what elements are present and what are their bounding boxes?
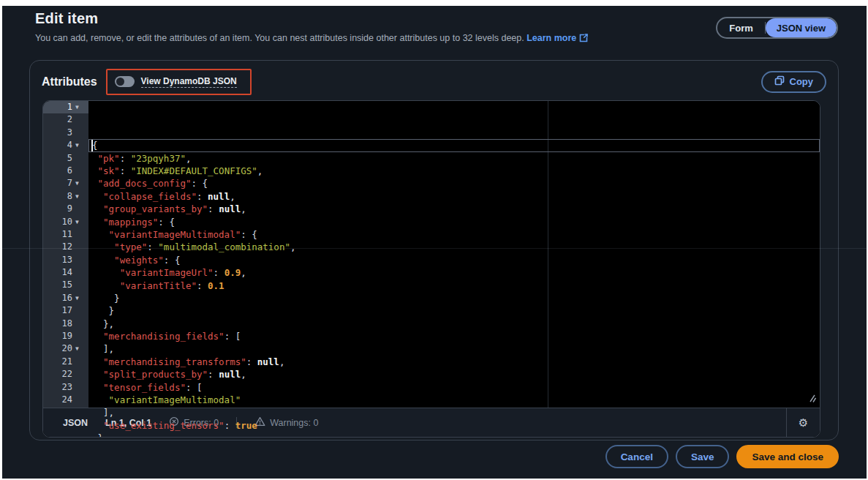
line-number: 24 — [43, 394, 72, 406]
code-token: 0.9 — [224, 267, 241, 278]
dynamodb-json-toggle[interactable] — [115, 76, 135, 87]
json-view-option[interactable]: JSON view — [766, 18, 837, 37]
code-line[interactable]: }, — [88, 432, 820, 438]
code-line[interactable]: } — [88, 292, 820, 304]
fold-icon[interactable]: ▼ — [72, 139, 88, 151]
form-view-option[interactable]: Form — [717, 18, 765, 37]
gutter-row[interactable]: 22 — [43, 368, 88, 380]
copy-button[interactable]: Copy — [761, 71, 827, 93]
line-number: 22 — [43, 368, 72, 380]
fold-icon[interactable]: ▼ — [72, 101, 88, 113]
gutter-row[interactable]: 17 — [43, 304, 88, 317]
code-line[interactable]: }, — [88, 318, 820, 330]
line-number: 10 — [43, 216, 72, 228]
gutter-row[interactable]: 19 — [43, 330, 88, 342]
code-token: ], — [92, 407, 114, 418]
gutter-row[interactable]: 3 — [43, 127, 88, 139]
fold-icon[interactable]: ▼ — [72, 216, 88, 228]
code-line[interactable]: "group_variants_by": null, — [88, 203, 820, 215]
code-token: { — [92, 140, 98, 151]
gutter-row[interactable]: 14 — [43, 266, 88, 279]
gutter-row[interactable]: 20▼ — [43, 342, 88, 355]
language-label: JSON — [63, 418, 88, 428]
code-line[interactable]: "add_docs_config": { — [88, 177, 820, 190]
gutter-row[interactable]: 16▼ — [43, 292, 88, 304]
gutter-row[interactable]: 23 — [43, 381, 88, 394]
gutter-row[interactable]: 9 — [43, 203, 88, 215]
gutter-row[interactable]: 21 — [43, 356, 88, 368]
gutter-row[interactable]: 18 — [43, 318, 88, 330]
code-token: } — [92, 293, 120, 304]
gutter-row[interactable]: 2 — [43, 113, 88, 126]
editor-body[interactable]: 1▼234▼567▼8▼910▼111213141516▼17181920▼21… — [43, 101, 820, 408]
code-token: : — [147, 241, 158, 252]
gutter-row[interactable]: 24 — [43, 394, 88, 406]
json-editor: 1▼234▼567▼8▼910▼111213141516▼17181920▼21… — [42, 100, 820, 438]
gutter-row[interactable]: 8▼ — [43, 190, 88, 203]
code-token: null — [208, 191, 230, 202]
gutter-row[interactable]: 11 — [43, 228, 88, 241]
cancel-button[interactable]: Cancel — [605, 445, 668, 468]
save-and-close-button[interactable]: Save and close — [736, 445, 839, 468]
code-line[interactable]: "pk": "23pqyh37", — [88, 152, 820, 165]
gutter-row[interactable]: 15 — [43, 279, 88, 291]
code-line[interactable]: "split_products_by": null, — [88, 368, 820, 380]
code-line[interactable]: "sk": "INDEX#DEFAULT_CONFIGS", — [88, 165, 820, 177]
code-token: }, — [92, 318, 114, 329]
code-line[interactable]: "variantImageMultimodal": { — [88, 228, 820, 241]
fold-icon[interactable]: ▼ — [72, 342, 88, 355]
line-number: 13 — [43, 254, 72, 266]
gutter-row[interactable]: 5 — [43, 152, 88, 165]
gutter-row[interactable]: 7▼ — [43, 177, 88, 190]
dynamodb-json-toggle-label[interactable]: View DynamoDB JSON — [141, 76, 237, 88]
save-button[interactable]: Save — [676, 445, 730, 468]
code-line[interactable]: "variantImageUrl": 0.9, — [88, 266, 820, 279]
code-token: 0.1 — [208, 280, 224, 291]
gutter-row[interactable]: 13 — [43, 254, 88, 266]
view-mode-toggle: Form JSON view — [716, 17, 838, 39]
code-line[interactable]: } — [88, 304, 820, 317]
code-token — [92, 217, 103, 228]
line-number: 6 — [43, 165, 72, 177]
code-line[interactable]: ], — [88, 406, 820, 419]
code-token: : — [224, 420, 235, 431]
code-line[interactable]: { — [88, 139, 820, 151]
code-line[interactable]: "variantTitle": 0.1 — [88, 280, 820, 292]
code-token: "merchandising_fields" — [103, 331, 224, 342]
code-token — [92, 241, 114, 252]
fold-icon[interactable]: ▼ — [72, 177, 88, 190]
code-token: null — [219, 369, 241, 380]
code-line[interactable]: "merchandising_transforms": null, — [88, 356, 820, 368]
gutter-row[interactable]: 4▼ — [43, 139, 88, 151]
line-number: 15 — [43, 279, 72, 291]
resize-handle-icon[interactable] — [807, 393, 816, 405]
panel-title: Attributes — [42, 75, 97, 89]
learn-more-link[interactable]: Learn more — [527, 33, 588, 43]
fold-icon[interactable]: ▼ — [72, 292, 88, 304]
code-token: : — [208, 203, 219, 214]
code-line[interactable]: "collapse_fields": null, — [88, 190, 820, 203]
editor-code[interactable]: { "pk": "23pqyh37", "sk": "INDEX#DEFAULT… — [88, 101, 820, 408]
gutter-row[interactable]: 10▼ — [43, 216, 88, 228]
code-token: : — [197, 280, 208, 291]
gutter-row[interactable]: 1▼ — [43, 101, 88, 113]
code-line[interactable]: "merchandising_fields": [ — [88, 330, 820, 342]
code-line[interactable]: "weights": { — [88, 254, 820, 266]
code-token: ], — [92, 343, 114, 354]
code-line[interactable]: "use_existing_tensors": true — [88, 419, 820, 432]
fold-icon[interactable]: ▼ — [72, 190, 88, 203]
code-line[interactable]: ], — [88, 342, 820, 355]
gutter-row[interactable]: 12 — [43, 241, 88, 253]
toggle-knob — [116, 78, 124, 86]
code-token — [92, 178, 98, 189]
code-token: : { — [241, 229, 257, 240]
code-token: , — [290, 241, 296, 252]
screenshot-seam-artifact — [0, 248, 868, 249]
gutter-row[interactable]: 6 — [43, 165, 88, 177]
code-token — [92, 280, 120, 291]
external-link-icon — [579, 34, 588, 45]
code-line[interactable]: "mappings": { — [88, 216, 820, 228]
line-number: 12 — [43, 241, 72, 253]
code-line[interactable]: "variantImageMultimodal" — [88, 394, 820, 406]
code-line[interactable]: "tensor_fields": [ — [88, 381, 820, 394]
